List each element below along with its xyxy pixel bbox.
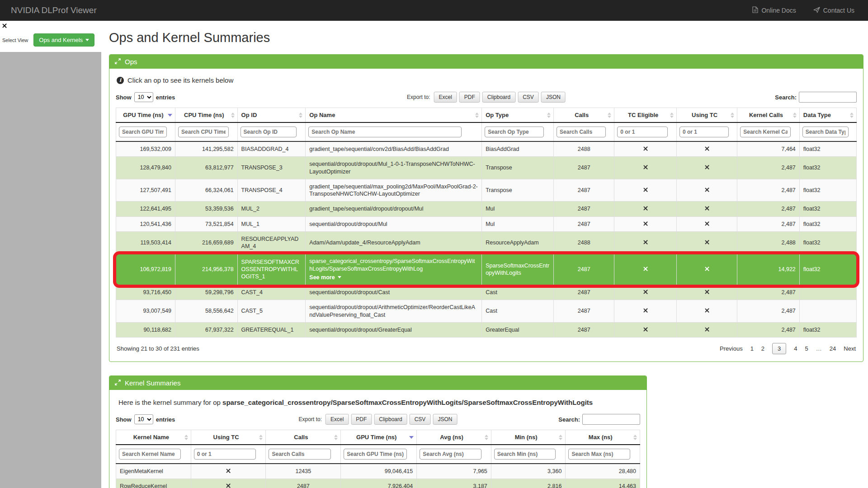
ops-info-text: Click an op to see its kernels below [127,76,233,84]
x-mark-icon [226,469,231,473]
kernel-search-input[interactable] [582,414,640,425]
export-excel-button[interactable]: Excel [326,414,349,425]
cell-kernel-calls: 14,922 [737,254,800,285]
filter-input-0[interactable] [119,449,181,460]
table-row[interactable]: 93,716,45059,298,796CAST_4sequential/dro… [116,285,857,300]
cell-using-tc [676,157,737,179]
export-json-button[interactable]: JSON [541,92,566,103]
column-header-gpu-time-ns[interactable]: GPU Time (ns) [116,108,175,123]
x-mark-icon [705,290,709,294]
export-csv-button[interactable]: CSV [518,92,539,103]
table-row[interactable]: 169,532,009141,295,582BIASADDGRAD_4gradi… [116,141,857,157]
cell-gpu-time: 120,541,436 [116,216,175,231]
see-more-link[interactable]: See more [309,274,341,281]
filter-input-4[interactable] [485,127,544,137]
x-mark-icon [643,240,648,244]
ops-search-input[interactable] [799,92,857,103]
column-header-label: GPU Time (ns) [123,112,163,118]
export-clipboard-button[interactable]: Clipboard [482,92,515,103]
cell-data-type: float32 [799,179,856,202]
filter-input-2[interactable] [241,127,297,137]
cell-op-type: Cast [482,300,554,323]
table-row[interactable]: 128,479,84063,812,977TRANSPOSE_3sequenti… [116,157,857,179]
filter-input-7[interactable] [679,127,729,137]
search-label: Search: [775,94,797,101]
view-selector-button[interactable]: Ops and Kernels [33,33,94,47]
column-header-tc-eligible[interactable]: TC Eligible [614,108,677,123]
x-mark-icon [643,188,648,192]
export-pdf-button[interactable]: PDF [351,414,372,425]
page-5[interactable]: 5 [805,345,808,352]
filter-input-2[interactable] [269,449,330,460]
table-row[interactable]: 106,972,819214,956,378SPARSESOFTMAXCROSS… [116,254,857,285]
close-icon[interactable] [2,23,7,28]
table-row[interactable]: 122,641,49553,359,536MUL_2gradient_tape/… [116,202,857,216]
table-row[interactable]: 127,507,49166,324,061TRANSPOSE_4gradient… [116,179,857,202]
cell-using-tc [676,300,737,323]
table-row[interactable]: 119,503,414216,659,689RESOURCEAPPLYADAM_… [116,231,857,254]
filter-input-4[interactable] [420,449,481,460]
column-header-kernel-calls[interactable]: Kernel Calls [737,108,800,123]
column-header-using-tc[interactable]: Using TC [676,108,737,123]
column-header-kernel-name[interactable]: Kernel Name [116,430,191,445]
kernel-search-box: Search: [558,414,640,425]
top-navbar: NVIDIA DLProf Viewer Online Docs Contact… [0,0,868,21]
contact-us-link[interactable]: Contact Us [813,6,854,14]
column-header-using-tc[interactable]: Using TC [191,430,266,445]
page-2[interactable]: 2 [761,345,764,352]
filter-input-8[interactable] [740,127,791,137]
filter-cell [306,122,482,141]
filter-input-1[interactable] [194,449,256,460]
x-mark-icon [643,327,648,332]
cell-calls: 2487 [554,285,614,300]
cell-tc-eligible [614,141,677,157]
export-excel-button[interactable]: Excel [434,92,457,103]
x-mark-icon [705,188,709,192]
filter-input-1[interactable] [178,127,229,137]
cell-gpu-time: 127,507,491 [116,179,175,202]
cell-max: 14,463 [566,479,640,488]
filter-input-3[interactable] [308,127,462,137]
page-4[interactable]: 4 [794,345,797,352]
column-header-max-ns[interactable]: Max (ns) [566,430,640,445]
column-header-min-ns[interactable]: Min (ns) [491,430,566,445]
column-header-gpu-time-ns[interactable]: GPU Time (ns) [341,430,417,445]
column-header-label: Kernel Name [133,434,169,441]
export-csv-button[interactable]: CSV [410,414,431,425]
filter-input-9[interactable] [802,127,849,137]
column-header-calls[interactable]: Calls [554,108,614,123]
filter-cell [491,445,566,464]
ops-page-size-select[interactable]: 10 [134,92,153,102]
export-pdf-button[interactable]: PDF [459,92,480,103]
filter-input-3[interactable] [344,449,407,460]
page-3[interactable]: 3 [772,343,786,354]
filter-cell [676,122,737,141]
page-24[interactable]: 24 [830,345,836,352]
filter-input-6[interactable] [617,127,668,137]
ops-panel-header[interactable]: Ops [109,55,863,69]
column-header-cpu-time-ns[interactable]: CPU Time (ns) [175,108,238,123]
column-header-data-type[interactable]: Data Type [799,108,856,123]
export-clipboard-button[interactable]: Clipboard [374,414,407,425]
table-row[interactable]: 90,118,68267,937,322GREATEREQUAL_1sequen… [116,322,857,337]
column-header-op-type[interactable]: Op Type [482,108,554,123]
table-row[interactable]: 120,541,43673,521,854MUL_1sequential/dro… [116,216,857,231]
table-row[interactable]: 93,007,54958,556,642CAST_5sequential/dro… [116,300,857,323]
page-next[interactable]: Next [844,345,856,352]
column-header-op-id[interactable]: Op ID [237,108,306,123]
column-header-avg-ns[interactable]: Avg (ns) [417,430,491,445]
page-1[interactable]: 1 [750,345,754,352]
online-docs-link[interactable]: Online Docs [752,6,796,14]
filter-input-5[interactable] [494,449,556,460]
column-header-op-name[interactable]: Op Name [306,108,482,123]
filter-input-6[interactable] [568,449,630,460]
filter-cell [554,122,614,141]
filter-input-5[interactable] [557,127,606,137]
filter-input-0[interactable] [119,127,167,137]
kernel-page-size-select[interactable]: 10 [134,414,153,424]
page-title: Ops and Kernel Summaries [109,30,863,45]
column-header-calls[interactable]: Calls [266,430,341,445]
kernel-panel-header[interactable]: Kernel Summaries [109,376,646,390]
page-previous[interactable]: Previous [720,345,743,352]
export-json-button[interactable]: JSON [433,414,457,425]
